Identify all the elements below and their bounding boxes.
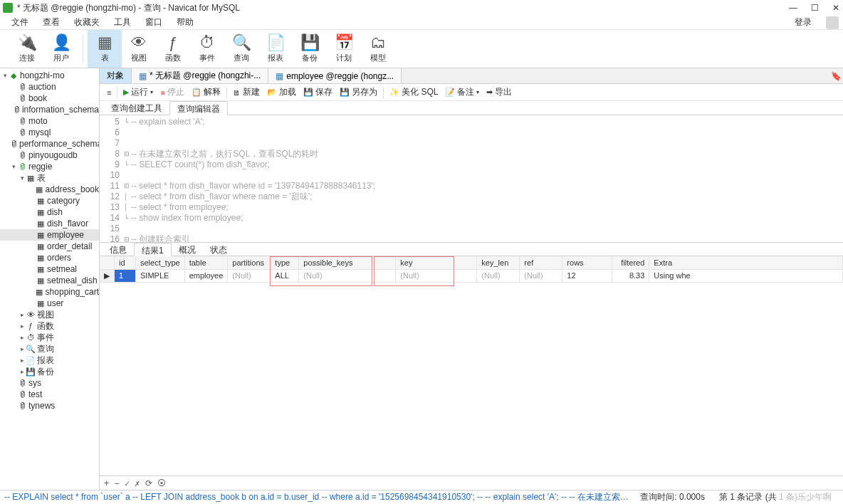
tree-table[interactable]: setmeal_dish [46,275,98,285]
load-button[interactable]: 📂加载 [264,86,299,98]
tab-objects[interactable]: 对象 [100,68,132,83]
tree-table[interactable]: dish [46,207,63,217]
col-key[interactable]: key [396,256,477,269]
tree-table[interactable]: address_book [44,184,99,194]
menu-help[interactable]: 帮助 [169,16,201,28]
cell-rows[interactable]: 12 [562,269,612,282]
tree-functions[interactable]: 函数 [36,320,54,332]
beautify-button[interactable]: ✨美化 SQL [387,86,441,98]
menu-toggle-button[interactable]: ≡ [104,88,114,97]
col-table[interactable]: table [184,256,228,269]
grid-footer-controls[interactable]: + − ✓ ✗ ⟳ ⦿ [104,478,166,488]
cell-possible-keys[interactable]: (Null) [299,269,396,282]
database-tree[interactable]: ▾◆hongzhi-mo 🛢auction 🛢book 🛢information… [0,68,100,490]
menu-tools[interactable]: 工具 [107,16,138,28]
cell-key-len[interactable]: (Null) [477,269,520,282]
tree-table[interactable]: orders [46,253,71,263]
tab-employee[interactable]: ▦employee @reggie (hongz... [268,68,402,83]
menu-window[interactable]: 窗口 [138,16,169,28]
toolbar-model-button[interactable]: 🗂模型 [361,30,395,68]
window-close-button[interactable] [832,3,840,13]
result-tab-profile[interactable]: 概况 [172,243,203,256]
tab-query[interactable]: ▦* 无标题 @reggie (hongzhi-... [132,68,268,83]
tree-table[interactable]: category [46,196,80,206]
tree-db[interactable]: book [27,93,47,103]
subtab-builder[interactable]: 查询创建工具 [104,101,169,115]
col-type[interactable]: type [271,256,299,269]
tree-db-reggie[interactable]: reggie [27,162,52,172]
note-button[interactable]: 📝备注▾ [442,86,482,98]
tree-table[interactable]: user [46,298,63,308]
tree-db[interactable]: pinyougoudb [27,150,78,160]
tree-connection[interactable]: hongzhi-mo [19,70,65,80]
tree-reports[interactable]: 报表 [36,355,54,367]
tree-db[interactable]: information_schema [21,105,99,115]
toolbar-connect-button[interactable]: 🔌连接 [10,30,44,68]
cell-partitions[interactable]: (Null) [228,269,271,282]
tree-table[interactable]: dish_flavor [46,219,88,229]
col-id[interactable]: id [115,256,136,269]
window-minimize-button[interactable] [789,3,797,13]
col-key-len[interactable]: key_len [477,256,520,269]
tree-backups[interactable]: 备份 [36,366,54,378]
toolbar-backup-button[interactable]: 💾备份 [293,30,327,68]
avatar-icon[interactable] [826,16,839,29]
result-tab-status[interactable]: 状态 [203,243,234,256]
tab-overflow-icon[interactable]: 🔖 [829,68,843,83]
stop-button[interactable]: ■停止 [157,86,187,98]
menu-favorites[interactable]: 收藏夹 [67,16,107,28]
col-select-type[interactable]: select_type [136,256,185,269]
tree-table[interactable]: setmeal [46,264,77,274]
subtab-editor[interactable]: 查询编辑器 [169,101,228,115]
cell-extra[interactable]: Using whe [649,269,843,282]
tree-db[interactable]: performance_schema [18,139,100,149]
tree-queries[interactable]: 查询 [36,343,54,355]
toolbar-event-button[interactable]: ⏱事件 [190,30,224,68]
save-button[interactable]: 💾保存 [300,86,335,98]
col-rows[interactable]: rows [562,256,612,269]
result-grid[interactable]: id select_type table partitions type pos… [100,256,843,476]
toolbar-view-button[interactable]: 👁视图 [122,30,156,68]
col-possible-keys[interactable]: possible_keys [299,256,396,269]
cell-ref[interactable]: (Null) [520,269,562,282]
toolbar-table-button[interactable]: ▦表 [88,30,122,68]
cell-key[interactable]: (Null) [396,269,477,282]
cell-type[interactable]: ALL [271,269,299,282]
sql-editor[interactable]: 5└-- explain select 'A'; 6 7 8⊟-- 在未建立索引… [100,115,843,242]
tree-db[interactable]: sys [27,378,41,388]
result-tab-result1[interactable]: 结果1 [134,243,172,256]
col-ref[interactable]: ref [520,256,562,269]
tree-views[interactable]: 视图 [36,309,54,321]
login-link[interactable]: 登录 [795,16,826,28]
menu-file[interactable]: 文件 [4,16,36,28]
toolbar-user-button[interactable]: 👤用户 [44,30,78,68]
tree-tables-node[interactable]: 表 [36,172,46,184]
menu-view[interactable]: 查看 [36,16,67,28]
col-partitions[interactable]: partitions [228,256,271,269]
tree-db[interactable]: tynews [27,401,55,411]
new-button[interactable]: 🗎新建 [230,86,263,98]
explain-button[interactable]: 📋解释 [189,86,224,98]
cell-id[interactable]: 1 [115,269,136,282]
tree-table-employee[interactable]: employee [46,230,84,240]
toolbar-function-button[interactable]: ƒ函数 [156,30,190,68]
col-extra[interactable]: Extra [649,256,843,269]
tree-db[interactable]: test [27,389,42,399]
export-button[interactable]: ➡导出 [483,86,515,98]
toolbar-schedule-button[interactable]: 📅计划 [327,30,361,68]
tree-table[interactable]: order_detail [46,241,92,251]
tree-table[interactable]: shopping_cart [44,287,99,297]
result-tab-info[interactable]: 信息 [103,243,134,256]
toolbar-query-button[interactable]: 🔍查询 [224,30,258,68]
tree-db[interactable]: mysql [27,127,51,137]
grid-row[interactable]: ▶ 1 SIMPLE employee (Null) ALL (Null) (N… [100,269,843,282]
tree-db[interactable]: moto [27,116,48,126]
tree-db[interactable]: auction [27,82,56,92]
col-filtered[interactable]: filtered [612,256,649,269]
window-maximize-button[interactable] [810,3,819,13]
cell-table[interactable]: employee [184,269,228,282]
cell-filtered[interactable]: 8.33 [612,269,649,282]
run-button[interactable]: ▶运行▾ [120,86,156,98]
saveas-button[interactable]: 💾另存为 [337,86,380,98]
toolbar-report-button[interactable]: 📄报表 [258,30,293,68]
